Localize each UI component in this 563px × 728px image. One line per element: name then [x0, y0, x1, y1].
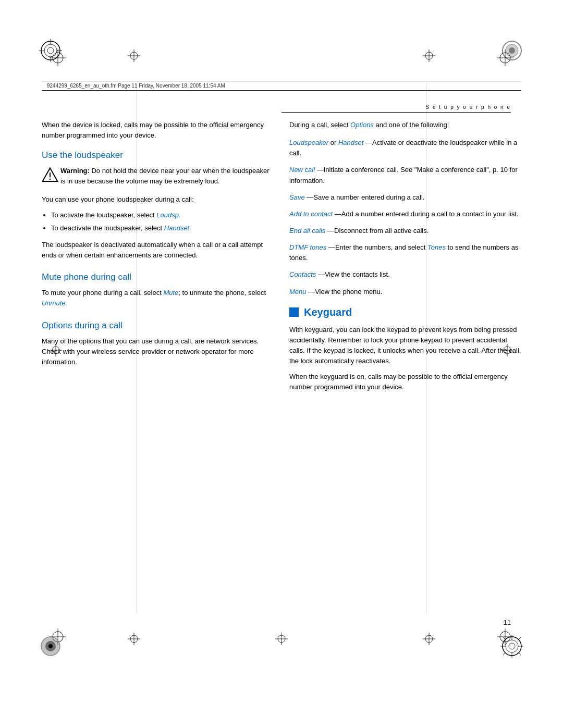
option-contacts: Contacts —View the contacts list. [289, 269, 521, 280]
option-dtmf: DTMF tones —Enter the numbers, and selec… [289, 242, 521, 263]
opt-end-all-link: End all calls [289, 227, 325, 235]
section-rule [282, 112, 511, 113]
warning-icon [42, 167, 56, 181]
loudspeaker-title: Use the loudspeaker [42, 150, 274, 161]
keyguard-body2: When the keyguard is on, calls may be po… [289, 372, 521, 392]
keyguard-title: Keyguard [304, 306, 352, 318]
mute-link: Mute [163, 289, 178, 297]
opt-loudspeaker-link: Loudspeaker [289, 139, 328, 146]
option-save: Save —Save a number entered during a cal… [289, 192, 521, 203]
svg-point-51 [509, 643, 515, 649]
decorative-circle-bottom-right [500, 635, 524, 660]
option-loudspeaker: Loudspeaker or Handset —Activate or deac… [289, 138, 521, 158]
opt-handset-link: Handset [338, 139, 363, 146]
opt-tones-link: Tones [427, 243, 446, 251]
bullet-deactivate: To deactivate the loudspeaker, select Ha… [51, 223, 274, 233]
options-title: Options during a call [42, 320, 274, 331]
options-body: Many of the options that you can use dur… [42, 336, 274, 367]
reg-mark-top-right-inner [423, 50, 435, 64]
option-new-call: New call —Initiate a conference call. Se… [289, 165, 521, 186]
mute-title: Mute phone during call [42, 272, 274, 282]
loudsp-link: Loudsp. [156, 211, 180, 219]
svg-point-7 [44, 44, 57, 57]
option-add-contact: Add to contact —Add a number entered dur… [289, 209, 521, 219]
svg-point-8 [47, 47, 54, 54]
options-link-text: Options [350, 121, 374, 129]
opt-add-contact-link: Add to contact [289, 210, 333, 218]
warning-body: Do not hold the device near your ear whe… [60, 167, 270, 185]
reg-mark-top-right [497, 50, 513, 68]
handset-link: Handset. [164, 224, 191, 232]
opt-save-link: Save [289, 193, 305, 201]
svg-point-30 [50, 179, 51, 180]
left-column: When the device is locked, calls may be … [42, 115, 274, 613]
keyguard-header: Keyguard [289, 306, 521, 318]
reg-mark-bottom-center [275, 633, 288, 647]
section-header: S e t u p y o u r p h o n e [425, 104, 511, 110]
unmute-link: Unmute. [42, 299, 67, 307]
intro-text: When the device is locked, calls may be … [42, 120, 274, 141]
reg-mark-bottom-center-left [128, 633, 140, 647]
bullet-activate: To activate the loudspeaker, select Loud… [51, 210, 274, 220]
decorative-circle-top-left [39, 39, 63, 65]
right-intro: During a call, select Options and one of… [289, 120, 521, 130]
option-menu: Menu —View the phone menu. [289, 287, 521, 297]
opt-menu-link: Menu [289, 288, 307, 295]
header-bar: 9244299_6265_en_au_oth.fm Page 11 Friday… [42, 81, 521, 91]
option-end-all: End all calls —Disconnect from all activ… [289, 226, 521, 236]
page-number: 11 [504, 619, 511, 626]
warning-text: Warning: Do not hold the device near you… [60, 166, 274, 187]
decorative-circle-bottom-left [39, 635, 63, 660]
mute-body: To mute your phone during a call, select… [42, 288, 274, 309]
opt-new-call-link: New call [289, 166, 315, 174]
reg-mark-top-center-left [128, 50, 140, 64]
keyguard-body1: With keyguard, you can lock the keypad t… [289, 325, 521, 367]
svg-point-50 [506, 640, 518, 652]
opt-dtmf-link: DTMF tones [289, 243, 326, 251]
file-info: 9244299_6265_en_au_oth.fm Page 11 Friday… [42, 83, 225, 89]
warning-box: Warning: Do not hold the device near you… [42, 166, 274, 187]
loudspeaker-bullets: To activate the loudspeaker, select Loud… [51, 210, 274, 233]
keyguard-square-icon [289, 307, 299, 317]
content-area: When the device is locked, calls may be … [42, 115, 521, 613]
right-column: During a call, select Options and one of… [289, 115, 521, 613]
opt-contacts-link: Contacts [289, 270, 316, 278]
reg-mark-bottom-center-right [423, 633, 435, 647]
svg-point-36 [48, 644, 53, 648]
loudspeaker-body1: You can use your phone loudspeaker durin… [42, 194, 274, 205]
warning-label: Warning: [60, 167, 90, 175]
loudspeaker-body2: The loudspeaker is deactivated automatic… [42, 240, 274, 261]
